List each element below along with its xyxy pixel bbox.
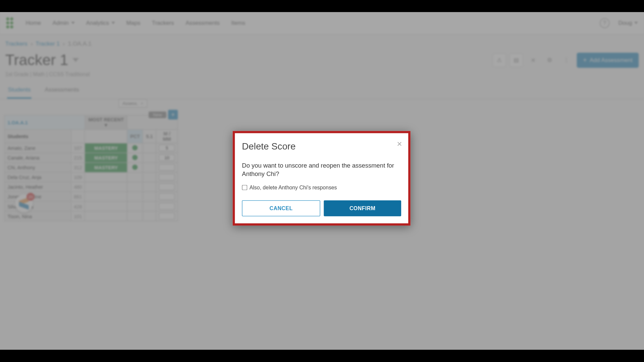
close-icon[interactable]: × [397, 139, 402, 148]
delete-responses-input[interactable] [242, 185, 247, 190]
delete-score-modal: Delete Score × Do you want to unscore an… [233, 131, 411, 226]
modal-body: Do you want to unscore and reopen the as… [242, 162, 401, 178]
delete-responses-checkbox[interactable]: Also, delete Anthony Chi's responses [242, 184, 401, 190]
cancel-button[interactable]: CANCEL [242, 200, 320, 216]
confirm-button[interactable]: CONFIRM [324, 200, 401, 216]
modal-title: Delete Score [242, 141, 401, 152]
